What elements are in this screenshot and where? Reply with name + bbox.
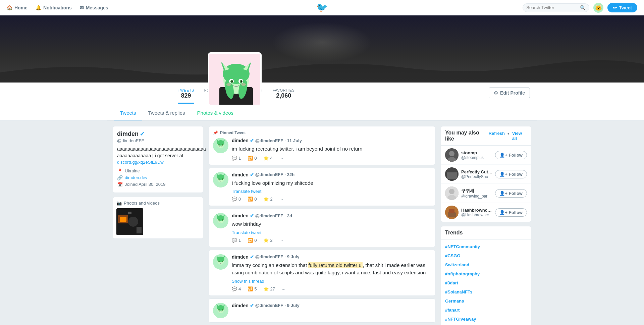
tweet-author-name-1: dimden [232,172,249,177]
tweet-author-2: dimden ✔ @dimdenEFF · 2d [232,213,431,218]
retweet-action-2[interactable]: 🔁 0 [248,238,257,243]
refresh-link[interactable]: Refresh [489,131,505,141]
svg-rect-68 [448,212,456,217]
tab-tweets-replies[interactable]: Tweets & replies [142,106,191,120]
show-thread-link-3[interactable]: Show this thread [232,279,431,284]
tweet-avatar-1[interactable] [213,172,228,187]
trend-5[interactable]: #SolanaNFTs [441,287,531,296]
trend-7[interactable]: #fanart [441,306,531,315]
tweet-card-1: dimden ✔ @dimdenEFF · 22h i fucking love… [209,168,435,206]
photos-section: 📷 Photos and videos [113,197,203,239]
follow-button-3[interactable]: 👤+ Follow [495,208,527,217]
tweet-avatar-3[interactable] [213,254,228,270]
follow-button-0[interactable]: 👤+ Follow [495,151,527,159]
profile-avatar[interactable] [208,52,262,106]
reply-action-3[interactable]: 💬 4 [232,286,241,291]
profile-link[interactable]: discord.gg/xq2eSfE9Dw [117,160,164,165]
tweet-time-val-2: 2d [287,213,292,218]
tweet-meta-0: dimden ✔ @dimdenEFF · 11 July im fucking… [232,138,431,161]
more-action-0[interactable]: ··· [279,156,283,161]
messages-nav-item[interactable]: ✉ Messages [80,5,108,10]
home-label: Home [14,5,28,10]
trend-2[interactable]: Switzerland [441,260,531,269]
link-icon: 🔗 [117,175,123,180]
reply-action-0[interactable]: 💬 1 [232,156,241,161]
svg-point-44 [222,219,223,221]
follow-button-2[interactable]: 👤+ Follow [495,189,527,198]
view-all-link[interactable]: View all [512,131,527,141]
tweet-meta-4: dimden ✔ @dimdenEFF · 9 July [232,303,431,308]
sug-avatar-0 [445,148,459,162]
tweet-dot-4: · [284,303,286,308]
tweet-avatar-2[interactable] [213,213,228,228]
retweet-action-3[interactable]: 🔁 5 [248,286,257,291]
website-meta: 🔗 dimden.dev [117,175,199,180]
like-action-0[interactable]: ⭐ 4 [263,156,272,161]
trend-8[interactable]: #NFTGiveaway [441,315,531,324]
tweets-stat-value: 829 [178,92,194,99]
more-action-1[interactable]: ··· [279,197,283,202]
home-nav-item[interactable]: 🏠 Home [7,5,28,10]
trend-4[interactable]: #3dart [441,278,531,287]
tweet-card-3: dimden ✔ @dimdenEFF · 9 July imma try co… [209,250,435,296]
trend-0[interactable]: #NFTCommunity [441,242,531,251]
tweets-stat[interactable]: TWEETS 829 [178,85,194,104]
edit-profile-button[interactable]: ⚙ Edit Profile [489,88,530,98]
profile-stats-row: TWEETS 829 FOLLOWING 105 FOLLOWERS 362 F… [107,83,537,106]
tab-photos-videos[interactable]: Photos & videos [191,106,239,120]
translate-link-1[interactable]: Translate tweet [232,189,431,194]
trend-3[interactable]: #nftphotography [441,269,531,278]
trend-6[interactable]: Germans [441,296,531,306]
user-avatar-small[interactable]: 🐱 [593,3,603,13]
reply-action-2[interactable]: 💬 1 [232,238,241,243]
reply-action-1[interactable]: 💬 0 [232,197,241,202]
photos-section-title[interactable]: 📷 Photos and videos [116,201,200,206]
svg-point-30 [222,144,223,146]
you-may-like-title: You may also like [445,130,489,142]
more-action-3[interactable]: ··· [282,286,285,291]
search-input[interactable] [526,5,580,10]
sug-name-2: 구퀴새 [461,188,492,194]
like-action-2[interactable]: ⭐ 2 [263,238,272,243]
pin-icon: 📌 [213,130,218,135]
like-action-3[interactable]: ⭐ 27 [263,286,275,291]
retweet-action-1[interactable]: 🔁 0 [248,197,257,202]
follow-button-1[interactable]: 👤+ Follow [495,170,527,178]
tweet-avatar-0[interactable] [213,138,228,153]
tweet-verified-4: ✔ [250,303,254,308]
sug-info-0: stoomp @stoomplus [461,150,492,160]
tweet-author-name-2: dimden [232,213,249,218]
tweet-avatar-4[interactable] [213,303,228,318]
tab-tweets[interactable]: Tweets [114,106,142,120]
photo-thumbnail[interactable] [116,208,143,235]
tweet-time-val-3: 9 July [287,254,300,259]
profile-handle: @dimdenEFF [117,138,199,143]
home-icon: 🏠 [7,5,12,10]
top-navigation: 🏠 Home 🔔 Notifications ✉ Messages 🐦 🔍 🐱 … [0,0,644,15]
retweet-action-0[interactable]: 🔁 0 [248,156,257,161]
search-box[interactable]: 🔍 [523,3,589,12]
sug-avatar-2 [445,186,459,200]
mail-icon: ✉ [80,5,84,10]
trend-1[interactable]: #CSGO [441,251,531,260]
svg-point-14 [231,80,233,82]
like-action-1[interactable]: ⭐ 2 [263,197,272,202]
translate-link-2[interactable]: Translate tweet [232,230,431,235]
website-link[interactable]: dimden.dev [125,175,147,180]
tweets-stat-label: TWEETS [178,88,194,92]
tweet-dot-2: · [284,213,286,218]
notifications-nav-item[interactable]: 🔔 Notifications [36,5,72,10]
pinned-label: 📌 Pinned Tweet [213,130,431,135]
more-action-2[interactable]: ··· [279,238,283,243]
tweet-time-val-1: 22h [287,172,294,177]
edit-profile-label: Edit Profile [500,90,525,96]
tweet-button[interactable]: ✏ Tweet [607,3,637,12]
tweet-time-val-0: 11 July [287,138,302,143]
suggested-user-3: Hashbrowncow @Hashbrowncr 👤+ Follow [441,203,531,222]
favorites-stat[interactable]: FAVORITES 2,060 [273,85,294,104]
svg-point-16 [226,83,231,86]
follow-label-3: Follow [509,210,523,215]
location-text: Ukraine [125,168,140,173]
tweet-author-0: dimden ✔ @dimdenEFF · 11 July [232,138,431,143]
messages-label: Messages [86,5,108,10]
